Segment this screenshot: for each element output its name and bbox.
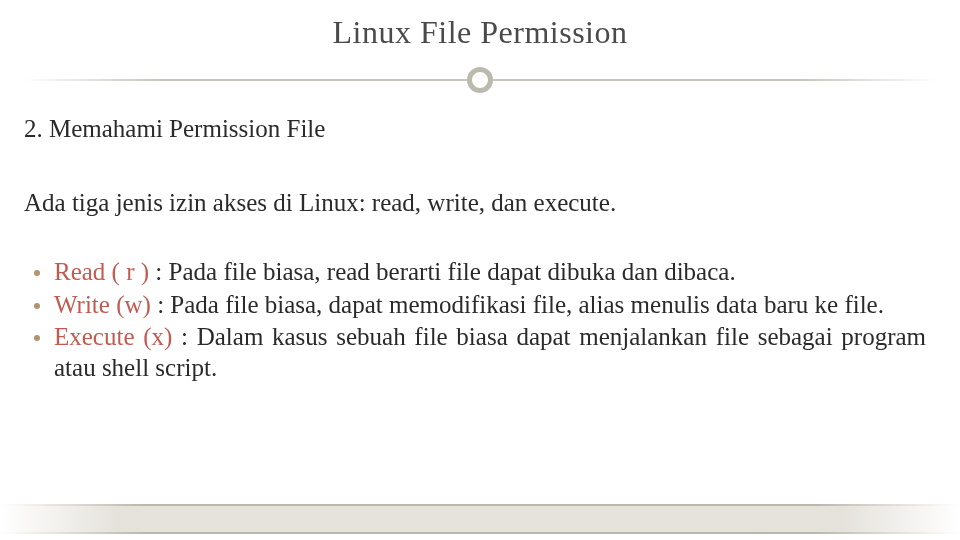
bullet-icon — [34, 335, 40, 341]
slide: Linux File Permission 2. Memahami Permis… — [0, 0, 960, 540]
desc-write: : Pada file biasa, dapat memodifikasi fi… — [151, 291, 884, 318]
desc-read: : Pada file biasa, read berarti file dap… — [149, 258, 736, 285]
bullet-text: Write (w) : Pada file biasa, dapat memod… — [54, 290, 926, 321]
list-item: Write (w) : Pada file biasa, dapat memod… — [34, 290, 926, 321]
desc-execute: : Dalam kasus sebuah file biasa dapat me… — [54, 323, 926, 381]
slide-title: Linux File Permission — [0, 0, 960, 51]
bullet-list: Read ( r ) : Pada file biasa, read berar… — [34, 257, 926, 383]
intro-text: Ada tiga jenis izin akses di Linux: read… — [24, 189, 936, 217]
list-item: Execute (x) : Dalam kasus sebuah file bi… — [34, 322, 926, 383]
bullet-text: Execute (x) : Dalam kasus sebuah file bi… — [54, 322, 926, 383]
term-execute: Execute (x) — [54, 323, 172, 350]
bullet-icon — [34, 270, 40, 276]
bullet-icon — [34, 303, 40, 309]
term-read: Read ( r ) — [54, 258, 149, 285]
bullet-text: Read ( r ) : Pada file biasa, read berar… — [54, 257, 926, 288]
list-item: Read ( r ) : Pada file biasa, read berar… — [34, 257, 926, 288]
footer-band — [0, 506, 960, 532]
ring-icon — [467, 67, 493, 93]
section-subtitle: 2. Memahami Permission File — [24, 115, 936, 143]
term-write: Write (w) — [54, 291, 151, 318]
divider — [22, 61, 938, 101]
